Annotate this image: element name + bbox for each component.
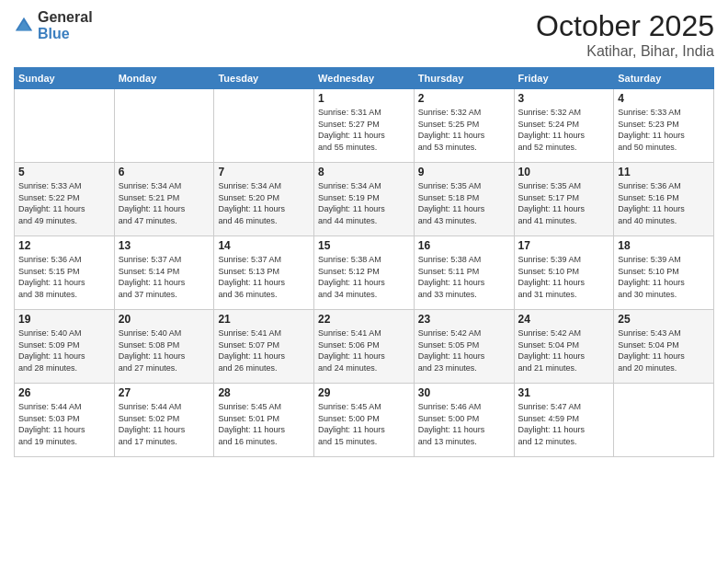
calendar-cell: 18Sunrise: 5:39 AM Sunset: 5:10 PM Dayli… [614,236,714,310]
day-info: Sunrise: 5:44 AM Sunset: 5:03 PM Dayligh… [18,401,110,447]
title-area: October 2025 Katihar, Bihar, India [536,9,714,60]
day-info: Sunrise: 5:45 AM Sunset: 5:00 PM Dayligh… [318,401,410,447]
day-info: Sunrise: 5:33 AM Sunset: 5:22 PM Dayligh… [18,180,110,226]
day-info: Sunrise: 5:42 AM Sunset: 5:04 PM Dayligh… [518,327,610,373]
day-info: Sunrise: 5:38 AM Sunset: 5:11 PM Dayligh… [418,254,510,300]
calendar-cell: 27Sunrise: 5:44 AM Sunset: 5:02 PM Dayli… [114,384,214,457]
day-number: 18 [618,239,710,252]
day-number: 5 [18,166,110,178]
calendar-cell: 22Sunrise: 5:41 AM Sunset: 5:06 PM Dayli… [314,310,415,384]
logo-blue: Blue [38,26,70,41]
logo-icon [14,16,34,36]
day-number: 12 [18,239,110,252]
day-number: 9 [418,166,510,178]
calendar-cell: 15Sunrise: 5:38 AM Sunset: 5:12 PM Dayli… [314,236,415,310]
day-number: 23 [418,313,510,326]
day-info: Sunrise: 5:37 AM Sunset: 5:14 PM Dayligh… [119,254,210,300]
calendar-cell: 17Sunrise: 5:39 AM Sunset: 5:10 PM Dayli… [514,236,614,310]
calendar-cell: 28Sunrise: 5:45 AM Sunset: 5:01 PM Dayli… [214,384,314,457]
calendar-table: SundayMondayTuesdayWednesdayThursdayFrid… [14,67,714,457]
week-row-5: 26Sunrise: 5:44 AM Sunset: 5:03 PM Dayli… [15,384,714,457]
day-info: Sunrise: 5:34 AM Sunset: 5:21 PM Dayligh… [119,180,210,226]
day-number: 3 [518,92,610,105]
day-header-saturday: Saturday [614,68,714,89]
calendar-cell: 9Sunrise: 5:35 AM Sunset: 5:18 PM Daylig… [414,163,514,236]
calendar-cell: 12Sunrise: 5:36 AM Sunset: 5:15 PM Dayli… [15,236,115,310]
day-info: Sunrise: 5:39 AM Sunset: 5:10 PM Dayligh… [618,254,710,300]
calendar-cell: 29Sunrise: 5:45 AM Sunset: 5:00 PM Dayli… [314,384,415,457]
day-number: 31 [518,386,610,399]
day-number: 4 [618,92,710,105]
calendar-cell: 2Sunrise: 5:32 AM Sunset: 5:25 PM Daylig… [414,89,514,163]
day-number: 20 [119,313,210,326]
calendar-cell: 23Sunrise: 5:42 AM Sunset: 5:05 PM Dayli… [414,310,514,384]
day-number: 29 [318,386,410,399]
calendar-cell [114,89,214,163]
calendar-cell: 3Sunrise: 5:32 AM Sunset: 5:24 PM Daylig… [514,89,614,163]
day-info: Sunrise: 5:44 AM Sunset: 5:02 PM Dayligh… [119,401,210,447]
day-number: 13 [119,239,210,252]
calendar-cell: 4Sunrise: 5:33 AM Sunset: 5:23 PM Daylig… [614,89,714,163]
day-number: 21 [218,313,310,326]
day-number: 28 [218,386,310,399]
day-info: Sunrise: 5:36 AM Sunset: 5:16 PM Dayligh… [618,180,710,226]
header-row: SundayMondayTuesdayWednesdayThursdayFrid… [15,68,714,89]
day-info: Sunrise: 5:41 AM Sunset: 5:07 PM Dayligh… [218,327,310,373]
calendar-cell: 31Sunrise: 5:47 AM Sunset: 4:59 PM Dayli… [514,384,614,457]
calendar-cell [214,89,314,163]
day-number: 6 [119,166,210,178]
week-row-3: 12Sunrise: 5:36 AM Sunset: 5:15 PM Dayli… [15,236,714,310]
header: General Blue October 2025 Katihar, Bihar… [14,9,714,60]
day-number: 7 [218,166,310,178]
day-number: 22 [318,313,410,326]
day-info: Sunrise: 5:38 AM Sunset: 5:12 PM Dayligh… [318,254,410,300]
day-number: 26 [18,386,110,399]
day-info: Sunrise: 5:41 AM Sunset: 5:06 PM Dayligh… [318,327,410,373]
day-info: Sunrise: 5:40 AM Sunset: 5:09 PM Dayligh… [18,327,110,373]
calendar-cell: 25Sunrise: 5:43 AM Sunset: 5:04 PM Dayli… [614,310,714,384]
calendar-cell: 14Sunrise: 5:37 AM Sunset: 5:13 PM Dayli… [214,236,314,310]
day-number: 25 [618,313,710,326]
day-number: 30 [418,386,510,399]
main-container: General Blue October 2025 Katihar, Bihar… [0,0,728,466]
calendar-cell: 1Sunrise: 5:31 AM Sunset: 5:27 PM Daylig… [314,89,415,163]
day-header-friday: Friday [514,68,614,89]
day-number: 8 [318,166,410,178]
day-info: Sunrise: 5:34 AM Sunset: 5:19 PM Dayligh… [318,180,410,226]
calendar-cell: 11Sunrise: 5:36 AM Sunset: 5:16 PM Dayli… [614,163,714,236]
calendar-cell: 5Sunrise: 5:33 AM Sunset: 5:22 PM Daylig… [15,163,115,236]
day-number: 10 [518,166,610,178]
week-row-2: 5Sunrise: 5:33 AM Sunset: 5:22 PM Daylig… [15,163,714,236]
day-header-tuesday: Tuesday [214,68,314,89]
day-header-wednesday: Wednesday [314,68,415,89]
day-header-sunday: Sunday [15,68,115,89]
calendar-cell: 21Sunrise: 5:41 AM Sunset: 5:07 PM Dayli… [214,310,314,384]
day-info: Sunrise: 5:33 AM Sunset: 5:23 PM Dayligh… [618,107,710,153]
day-header-monday: Monday [114,68,214,89]
day-number: 14 [218,239,310,252]
calendar-cell: 6Sunrise: 5:34 AM Sunset: 5:21 PM Daylig… [114,163,214,236]
day-number: 11 [618,166,710,178]
calendar-cell: 13Sunrise: 5:37 AM Sunset: 5:14 PM Dayli… [114,236,214,310]
day-info: Sunrise: 5:34 AM Sunset: 5:20 PM Dayligh… [218,180,310,226]
calendar-cell: 7Sunrise: 5:34 AM Sunset: 5:20 PM Daylig… [214,163,314,236]
day-number: 16 [418,239,510,252]
day-info: Sunrise: 5:36 AM Sunset: 5:15 PM Dayligh… [18,254,110,300]
day-number: 2 [418,92,510,105]
day-header-thursday: Thursday [414,68,514,89]
day-number: 17 [518,239,610,252]
logo: General Blue [14,9,93,42]
week-row-1: 1Sunrise: 5:31 AM Sunset: 5:27 PM Daylig… [15,89,714,163]
day-number: 27 [119,386,210,399]
calendar-cell: 19Sunrise: 5:40 AM Sunset: 5:09 PM Dayli… [15,310,115,384]
calendar-cell: 30Sunrise: 5:46 AM Sunset: 5:00 PM Dayli… [414,384,514,457]
calendar-cell: 10Sunrise: 5:35 AM Sunset: 5:17 PM Dayli… [514,163,614,236]
day-info: Sunrise: 5:32 AM Sunset: 5:24 PM Dayligh… [518,107,610,153]
day-number: 15 [318,239,410,252]
day-number: 19 [18,313,110,326]
calendar-cell: 8Sunrise: 5:34 AM Sunset: 5:19 PM Daylig… [314,163,415,236]
calendar-cell [614,384,714,457]
day-info: Sunrise: 5:43 AM Sunset: 5:04 PM Dayligh… [618,327,710,373]
day-info: Sunrise: 5:32 AM Sunset: 5:25 PM Dayligh… [418,107,510,153]
day-info: Sunrise: 5:39 AM Sunset: 5:10 PM Dayligh… [518,254,610,300]
